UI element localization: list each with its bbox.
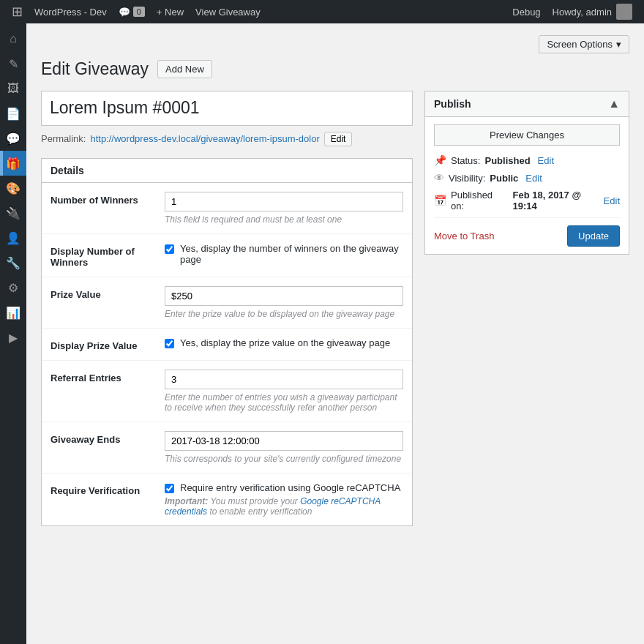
sidebar-item-users[interactable]: 👤 bbox=[0, 225, 26, 250]
sidebar-item-pages[interactable]: 📄 bbox=[0, 101, 26, 126]
sidebar-item-chart[interactable]: 📊 bbox=[0, 300, 26, 325]
referral-hint: Enter the number of entries you wish a g… bbox=[165, 392, 403, 413]
field-content-verification: Require entry verification using Google … bbox=[165, 482, 403, 517]
published-value: Feb 18, 2017 @ 19:14 bbox=[513, 190, 596, 211]
sidebar-item-posts[interactable]: ✎ bbox=[0, 51, 26, 76]
display-winners-checkbox[interactable] bbox=[165, 244, 174, 254]
screen-options-button[interactable]: Screen Options ▾ bbox=[539, 35, 629, 53]
giveaway-ends-input[interactable] bbox=[165, 431, 403, 451]
adminbar-site-name: WordPress - Dev bbox=[34, 7, 107, 18]
adminbar-user[interactable]: Howdy, admin bbox=[547, 4, 638, 20]
screen-options-bar: Screen Options ▾ bbox=[41, 35, 629, 53]
display-winners-label: Yes, display the number of winners on th… bbox=[180, 243, 403, 265]
verification-checkbox[interactable] bbox=[165, 484, 174, 493]
preview-changes-button[interactable]: Preview Changes bbox=[434, 124, 620, 146]
visibility-value: Public bbox=[490, 173, 518, 184]
page-header: Edit Giveaway Add New bbox=[41, 59, 629, 79]
field-label-display-prize: Display Prize Value bbox=[50, 337, 153, 351]
verification-checkbox-row: Require entry verification using Google … bbox=[165, 482, 403, 493]
published-edit-link[interactable]: Edit bbox=[604, 195, 620, 206]
field-require-verification: Require Verification Require entry verif… bbox=[42, 473, 412, 525]
adminbar-debug[interactable]: Debug bbox=[506, 7, 546, 18]
field-referral-entries: Referral Entries Enter the number of ent… bbox=[42, 361, 412, 422]
permalink-link[interactable]: http://wordpress-dev.local/giveaway/lore… bbox=[90, 133, 319, 144]
screen-options-label: Screen Options bbox=[547, 39, 613, 50]
content-area: Permalink: http://wordpress-dev.local/gi… bbox=[41, 91, 629, 538]
sidebar-item-dashboard[interactable]: ⌂ bbox=[0, 26, 26, 51]
display-prize-checkbox-row: Yes, display the prize value on the give… bbox=[165, 337, 403, 348]
adminbar-view-giveaway-label: View Giveaway bbox=[195, 7, 261, 18]
sidebar-item-comments[interactable]: 💬 bbox=[0, 126, 26, 151]
add-new-button[interactable]: Add New bbox=[157, 60, 212, 78]
main-content: Screen Options ▾ Edit Giveaway Add New P… bbox=[26, 23, 644, 644]
field-prize-value: Prize Value Enter the prize value to be … bbox=[42, 277, 412, 329]
prize-value-input[interactable] bbox=[165, 286, 403, 306]
sidebar-item-appearance[interactable]: 🎨 bbox=[0, 176, 26, 201]
update-button[interactable]: Update bbox=[567, 225, 620, 247]
comments-count: 0 bbox=[133, 7, 145, 17]
field-giveaway-ends: Giveaway Ends This corresponds to your s… bbox=[42, 422, 412, 473]
sidebar-item-giveaway[interactable]: 🎁 bbox=[0, 151, 26, 176]
field-label-display-winners: Display Number of Winners bbox=[50, 243, 153, 268]
collapse-icon[interactable]: ▲ bbox=[608, 97, 620, 111]
wp-logo-icon[interactable]: ⊞ bbox=[6, 4, 29, 20]
winners-hint: This field is required and must be at le… bbox=[165, 214, 403, 225]
field-content-referral: Enter the number of entries you wish a g… bbox=[165, 370, 403, 413]
adminbar-comments[interactable]: 💬 0 bbox=[113, 0, 151, 23]
sidebar-item-media[interactable]: 🖼 bbox=[0, 76, 26, 101]
details-body: Number of Winners This field is required… bbox=[42, 183, 412, 525]
field-label-prize: Prize Value bbox=[50, 286, 153, 300]
screen-options-arrow-icon: ▾ bbox=[616, 39, 621, 50]
visibility-edit-link[interactable]: Edit bbox=[525, 173, 542, 184]
verification-note: Important: You must provide your Google … bbox=[165, 496, 403, 517]
referral-entries-input[interactable] bbox=[165, 370, 403, 389]
status-icon: 📌 bbox=[434, 154, 446, 166]
field-display-prize: Display Prize Value Yes, display the pri… bbox=[42, 329, 412, 361]
field-content-display-winners: Yes, display the number of winners on th… bbox=[165, 243, 403, 265]
field-number-of-winners: Number of Winners This field is required… bbox=[42, 183, 412, 234]
published-label: Published on: bbox=[451, 190, 501, 211]
calendar-icon: 📅 bbox=[434, 195, 446, 206]
visibility-label: Visibility: bbox=[449, 173, 485, 184]
verification-note-suffix: to enable entry verification bbox=[209, 506, 312, 517]
field-content-ends: This corresponds to your site's currentl… bbox=[165, 431, 403, 464]
display-prize-checkbox[interactable] bbox=[165, 339, 174, 348]
permalink-label: Permalink: bbox=[41, 133, 86, 144]
permalink-edit-button[interactable]: Edit bbox=[324, 132, 353, 146]
verification-important: Important: bbox=[165, 496, 208, 506]
side-column: Publish ▲ Preview Changes 📌 Status: Publ… bbox=[424, 91, 629, 255]
adminbar-new[interactable]: + New bbox=[151, 0, 190, 23]
adminbar-new-label: + New bbox=[157, 7, 184, 18]
field-content-prize: Enter the prize value to be displayed on… bbox=[165, 286, 403, 319]
publish-box-header: Publish ▲ bbox=[425, 91, 629, 117]
details-meta-box: Details Number of Winners This field is … bbox=[41, 158, 413, 526]
sidebar-item-play[interactable]: ▶ bbox=[0, 325, 26, 350]
field-content-display-prize: Yes, display the prize value on the give… bbox=[165, 337, 403, 348]
publish-visibility-row: 👁 Visibility: Public Edit bbox=[434, 172, 620, 184]
status-label: Status: bbox=[451, 155, 480, 166]
display-prize-label: Yes, display the prize value on the give… bbox=[180, 337, 390, 348]
publish-status-row: 📌 Status: Published Edit bbox=[434, 154, 620, 166]
display-winners-checkbox-row: Yes, display the number of winners on th… bbox=[165, 243, 403, 265]
move-to-trash-link[interactable]: Move to Trash bbox=[434, 231, 494, 242]
main-column: Permalink: http://wordpress-dev.local/gi… bbox=[41, 91, 413, 538]
status-edit-link[interactable]: Edit bbox=[538, 155, 554, 166]
admin-bar: ⊞ WordPress - Dev 💬 0 + New View Giveawa… bbox=[0, 0, 644, 23]
adminbar-site[interactable]: WordPress - Dev bbox=[29, 0, 113, 23]
sidebar-item-tools[interactable]: 🔧 bbox=[0, 250, 26, 275]
sidebar-item-plugins[interactable]: 🔌 bbox=[0, 201, 26, 225]
publish-actions: Move to Trash Update bbox=[434, 217, 620, 247]
adminbar-view-giveaway[interactable]: View Giveaway bbox=[190, 0, 266, 23]
status-value: Published bbox=[484, 155, 530, 166]
sidebar: ⌂ ✎ 🖼 📄 💬 🎁 🎨 🔌 👤 🔧 ⚙ 📊 ▶ bbox=[0, 23, 26, 644]
verification-note-text: You must provide your bbox=[210, 496, 300, 506]
ends-hint: This corresponds to your site's currentl… bbox=[165, 454, 403, 464]
field-label-winners: Number of Winners bbox=[50, 192, 153, 206]
sidebar-item-settings[interactable]: ⚙ bbox=[0, 275, 26, 300]
page-title: Edit Giveaway bbox=[41, 59, 149, 79]
winners-input[interactable] bbox=[165, 192, 403, 211]
details-header: Details bbox=[42, 159, 412, 183]
post-title-input[interactable] bbox=[41, 91, 413, 126]
field-label-ends: Giveaway Ends bbox=[50, 431, 153, 445]
permalink-row: Permalink: http://wordpress-dev.local/gi… bbox=[41, 132, 413, 146]
